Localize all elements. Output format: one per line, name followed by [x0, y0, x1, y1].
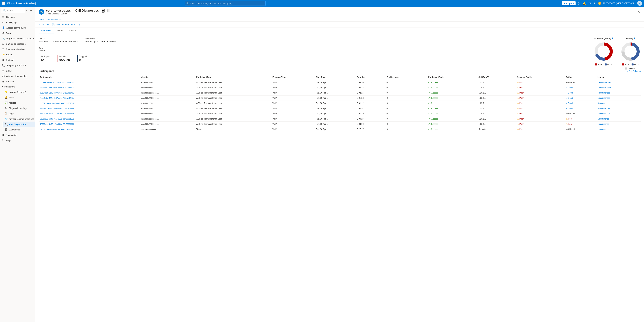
avatar[interactable]: M [637, 1, 642, 6]
cell-participant-id[interactable]: df1996cd-b9ec-4b6f-b61f-29aaa9c8cd95 [39, 80, 140, 85]
cell-issues[interactable]: 7 occurrences [596, 90, 641, 96]
cell-issues[interactable]: 1 occurrence [596, 122, 641, 127]
participant-id-link[interactable]: 75229caa-de52-473b-986e-00e520308f8 [40, 123, 74, 125]
breadcrumb-home[interactable]: Home [39, 18, 44, 20]
sidebar-item-call-diagnostics[interactable]: 📞 Call Diagnostics [3, 122, 35, 127]
cell-issues[interactable]: 5 occurrences [596, 106, 641, 111]
back-to-calls-button[interactable]: ← All calls [39, 23, 49, 26]
participant-id-link[interactable]: b5154626-81a6-4677-a6cc-27c20abd4b3 [40, 92, 74, 94]
sidebar-item-telephony[interactable]: 📞 Telephony and SMS › [0, 63, 35, 68]
cell-participant-type: ACS as Teams external user [195, 85, 271, 90]
breadcrumb-resource[interactable]: corertc-test-apps [46, 18, 61, 20]
start-date-label: Start Date [85, 37, 116, 40]
participant-id-link[interactable]: 771ffa61-4673-495d-a4fa-d24887acd959 [40, 107, 74, 110]
participant-id-link[interactable]: ed7dac61-ef6b-4545-a9c4-454c32cd5e3a [40, 87, 74, 89]
cell-participant-id[interactable]: ed7dac61-ef6b-4545-a9c4-454c32cd5e3a [39, 85, 140, 90]
cell-participant-id[interactable]: 8d0abc89-c48a-46ac-b901-83729db132c [39, 116, 140, 122]
sidebar-item-advisor-rec[interactable]: 💎 Advisor recommendations [3, 116, 35, 122]
more-options-button[interactable]: ··· [107, 9, 110, 12]
sidebar-item-services[interactable]: ◉ Services › [0, 79, 35, 84]
sidebar-item-workbooks[interactable]: 📓 Workbooks [3, 127, 35, 132]
global-search-input[interactable] [190, 2, 264, 5]
settings-button[interactable]: ⚙ [588, 1, 592, 6]
cell-issues[interactable]: 3 occurrences [596, 111, 641, 116]
view-documentation-button[interactable]: 📄 View documentation [52, 23, 75, 26]
issues-link[interactable]: 3 occurrences [598, 113, 610, 115]
participant-id-link[interactable]: 8d0abc89-c48a-46ac-b901-83729db132c [40, 118, 74, 120]
help-button[interactable]: ? [593, 1, 596, 5]
sidebar-item-activity-log[interactable]: ≡ Activity log [0, 20, 35, 25]
sidebar-item-diagnose[interactable]: 🔧 Diagnose and solve problems [0, 36, 35, 41]
edit-columns-button[interactable]: ≡ Edit Columns [627, 70, 641, 72]
cell-network-quality: ⚠Poor [516, 90, 564, 96]
rating-info-icon[interactable]: ℹ [634, 37, 635, 40]
cell-sdk-version: 1.25.1.1 [477, 96, 516, 101]
issues-link[interactable]: 16 occurrences [598, 81, 611, 84]
sidebar-collapse-button[interactable]: ≪ [30, 9, 34, 12]
cell-participant-id[interactable]: da382ca4-bae1-4783-a31d-46aee89f718c [39, 101, 140, 106]
type-value: Group [39, 49, 45, 52]
issues-link[interactable]: 5 occurrences [598, 102, 610, 104]
sidebar-item-events[interactable]: ⚡ Events [0, 52, 35, 57]
participant-id-link[interactable]: da382ca4-bae1-4783-a31d-46aee89f718c [40, 102, 75, 104]
cell-participant-id[interactable]: 556037ad-5d2c-451e-83bd-20606c63b3f [39, 111, 140, 116]
sidebar-item-email[interactable]: ✉ Email › [0, 68, 35, 73]
network-quality-info-icon[interactable]: ℹ [612, 37, 613, 40]
favorite-button[interactable]: ★ [102, 9, 104, 12]
sidebar-search-input[interactable] [6, 9, 23, 12]
feedback-button[interactable]: 😊 [597, 1, 602, 6]
grid-view-button[interactable]: ⊞ [79, 23, 80, 26]
sidebar-item-diagnostic-settings[interactable]: ⚙ Diagnostic settings [3, 105, 35, 111]
cell-issues[interactable]: 5 occurrences [596, 101, 641, 106]
tab-timeline[interactable]: Timeline [66, 28, 79, 34]
sidebar-item-resource-vis[interactable]: ⬡ Resource visualizer [0, 46, 35, 52]
cell-issues[interactable]: 1 occurrence [596, 116, 641, 122]
issues-link[interactable]: 1 occurrence [598, 128, 609, 131]
participant-id-link[interactable]: 4bed0abe-455e-4187-aa1e-f591a152f16c [40, 97, 74, 99]
issues-link[interactable]: 7 occurrences [598, 92, 610, 94]
cell-duration: 0:27:27 [356, 127, 385, 132]
sidebar-item-help[interactable]: ? Help › [0, 138, 35, 143]
sidebar-item-tags[interactable]: 🏷 Tags [0, 30, 35, 36]
sidebar-item-settings[interactable]: ⚙ Settings › [0, 57, 35, 63]
tab-issues[interactable]: Issues [54, 28, 66, 34]
sidebar-pin-button[interactable]: ◁ [26, 9, 28, 12]
sidebar-item-automation[interactable]: ⚙ Automation › [0, 132, 35, 138]
issues-link[interactable]: 1 occurrence [598, 123, 609, 125]
cloud-shell-button[interactable]: ⬡ [577, 1, 580, 6]
cell-participant-id[interactable]: b5154626-81a6-4677-a6cc-27c20abd4b3 [39, 90, 140, 96]
cell-issues[interactable]: 1 occurrence [596, 127, 641, 132]
call-toolbar: ← All calls 📄 View documentation ⊞ [35, 22, 644, 28]
start-date-value: Tue, 30 Apr 2024 09:39:24 GMT [85, 40, 116, 43]
cell-participant-id[interactable]: b705ac02-5d17-48d2-a870-49d04ea3f67 [39, 127, 140, 132]
participant-id-link[interactable]: 556037ad-5d2c-451e-83bd-20606c63b3f [40, 113, 74, 115]
issues-link[interactable]: 1 occurrence [598, 118, 609, 120]
cell-issues[interactable]: 16 occurrences [596, 80, 641, 85]
cell-participant-id[interactable]: 75229caa-de52-473b-986e-00e520308f8 [39, 122, 140, 127]
cell-issues[interactable]: 5 occurrences [596, 96, 641, 101]
sidebar-item-label: Automation [6, 134, 17, 136]
sidebar-item-advanced-messaging[interactable]: 💬 Advanced Messaging › [0, 73, 35, 79]
issues-link[interactable]: 5 occurrences [598, 97, 610, 99]
sidebar-item-overview[interactable]: ⊞ Overview [0, 14, 35, 20]
issues-link[interactable]: 5 occurrences [598, 107, 610, 110]
copilot-button[interactable]: ✦ Copilot [562, 1, 576, 5]
cell-issues[interactable]: 15 occurrences [596, 85, 641, 90]
hamburger-menu[interactable]: ☰ [2, 1, 5, 5]
sidebar-group-monitoring[interactable]: ▾ Monitoring [0, 84, 35, 89]
participant-id-link[interactable]: b705ac02-5d17-48d2-a870-49d04ea3f67 [40, 128, 74, 130]
sidebar-item-access-control[interactable]: 👤 Access control (IAM) [0, 25, 35, 30]
sidebar-item-logs[interactable]: 📋 Logs [3, 111, 35, 116]
network-quality-chart: Network Quality ℹ [594, 37, 614, 66]
cell-participant-id[interactable]: 4bed0abe-455e-4187-aa1e-f591a152f16c [39, 96, 140, 101]
sidebar-item-alerts[interactable]: 🔔 Alerts [3, 95, 35, 100]
notifications-button[interactable]: 🔔 [582, 1, 587, 6]
participant-id-link[interactable]: df1996cd-b9ec-4b6f-b61f-29aaa9c8cd95 [40, 81, 74, 83]
sidebar-item-metrics[interactable]: 📊 Metrics [3, 100, 35, 105]
cell-participant-id[interactable]: 771ffa61-4673-495d-a4fa-d24887acd959 [39, 106, 140, 111]
issues-link[interactable]: 15 occurrences [598, 86, 611, 89]
tab-overview[interactable]: Overview [39, 28, 54, 34]
sidebar-item-insights[interactable]: 💡 Insights (preview) [3, 89, 35, 95]
sidebar-item-sample-apps[interactable]: ⬡ Sample applications [0, 41, 35, 46]
close-button[interactable]: ✕ [637, 9, 641, 14]
